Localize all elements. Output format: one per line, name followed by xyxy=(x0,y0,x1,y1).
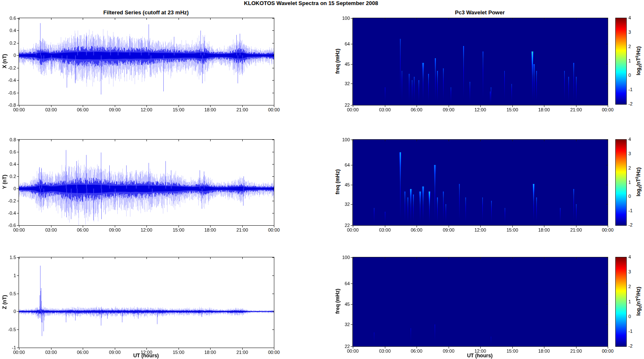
x-tick-mark-top xyxy=(19,140,19,141)
y-tick-mark xyxy=(17,294,19,294)
x-tick-label: 21:00 xyxy=(570,227,582,232)
wavelet-plot-z: 00:0003:0006:0009:0012:0015:0018:0021:00… xyxy=(352,257,608,347)
wavelet-canvas-y xyxy=(353,140,608,225)
x-tick-label: 09:00 xyxy=(109,227,121,232)
y-tick-mark-right xyxy=(272,348,274,348)
wavelet-plot-y: 00:0003:0006:0009:0012:0015:0018:0021:00… xyxy=(352,139,608,226)
y-tick-mark xyxy=(351,165,353,165)
y-tick-mark xyxy=(17,275,19,276)
y-tick-mark xyxy=(351,283,353,284)
ylabel-freq-row2: freq (mHz) xyxy=(335,169,341,194)
y-tick-label: 45 xyxy=(345,302,350,307)
y-tick-mark xyxy=(17,105,19,105)
y-tick-mark xyxy=(17,225,19,226)
x-tick-mark-top xyxy=(512,257,513,259)
x-tick-mark-top xyxy=(146,140,147,141)
x-tick-label: 21:00 xyxy=(236,227,248,232)
ylabel-freq-row3: freq (mHz) xyxy=(335,289,341,313)
wavelet-plot-x: 00:0003:0006:0009:0012:0015:0018:0021:00… xyxy=(352,18,608,105)
y-tick-mark xyxy=(17,80,19,81)
y-tick-label: -0.6 xyxy=(8,223,16,228)
x-tick-mark-top xyxy=(146,257,147,259)
y-tick-label: -0.6 xyxy=(8,90,16,95)
colorbar-tick-label: 4 xyxy=(628,254,631,259)
colorbar-tick-label: -1 xyxy=(628,329,633,334)
timeseries-canvas-x xyxy=(19,18,274,105)
x-tick-mark-top xyxy=(480,140,481,141)
left-column-title: Filtered Series (cutoff at 23 mHz) xyxy=(19,9,273,16)
colorbar-tick-label: -2 xyxy=(628,222,633,227)
x-tick-label: 06:00 xyxy=(77,227,89,232)
wavelet-canvas-x xyxy=(353,18,608,105)
x-tick-mark-top xyxy=(179,18,179,20)
x-tick-mark-top xyxy=(83,140,83,141)
x-tick-mark-top xyxy=(512,140,513,141)
y-tick-mark xyxy=(17,93,19,93)
y-tick-mark-right xyxy=(272,93,274,93)
x-tick-mark-top xyxy=(576,257,576,259)
x-tick-label: 15:00 xyxy=(506,227,518,232)
y-tick-mark-right xyxy=(606,140,608,140)
xlabel-left: UT (hours) xyxy=(19,353,273,359)
x-tick-label: 21:00 xyxy=(570,107,582,112)
x-tick-label: 06:00 xyxy=(77,107,89,112)
x-tick-mark-top xyxy=(576,18,576,20)
y-tick-mark-right xyxy=(606,84,608,84)
x-tick-mark-top xyxy=(210,257,211,259)
y-tick-mark xyxy=(351,140,353,140)
y-tick-mark-right xyxy=(272,140,274,140)
x-tick-label: 12:00 xyxy=(474,227,486,232)
right-column-title: Pc3 Wavelet Power xyxy=(352,9,607,16)
xlabel-right: UT (hours) xyxy=(352,353,607,359)
y-tick-label: 0 xyxy=(14,53,16,58)
x-tick-mark-top xyxy=(417,18,417,20)
colorbar-tick-label: 2 xyxy=(628,165,631,170)
y-tick-label: 100 xyxy=(342,137,350,142)
colorbar-canvas-row2 xyxy=(616,140,626,225)
y-tick-mark-right xyxy=(606,18,608,19)
x-tick-label: 12:00 xyxy=(141,107,152,112)
y-tick-mark-right xyxy=(272,189,274,189)
colorbar-tick-label: 2 xyxy=(628,284,631,289)
colorbar-tick-label: 3 xyxy=(628,269,631,274)
y-tick-label: 45 xyxy=(345,182,350,187)
y-tick-label: 45 xyxy=(345,62,350,67)
y-tick-label: 0.6 xyxy=(10,149,16,154)
y-tick-mark xyxy=(351,105,353,105)
y-tick-mark-right xyxy=(272,176,274,177)
y-tick-mark-right xyxy=(272,152,274,152)
x-tick-label: 12:00 xyxy=(474,107,486,112)
y-tick-mark xyxy=(351,44,353,44)
y-tick-mark xyxy=(17,348,19,348)
colorbar-tick-label: 0 xyxy=(628,73,631,78)
x-tick-label: 03:00 xyxy=(45,227,57,232)
x-tick-mark-top xyxy=(385,257,385,259)
y-tick-mark-right xyxy=(272,105,274,105)
y-tick-mark xyxy=(351,257,353,258)
y-tick-label: 100 xyxy=(342,16,350,21)
x-tick-mark-top xyxy=(274,140,274,141)
y-tick-mark-right xyxy=(606,64,608,65)
x-tick-label: 09:00 xyxy=(109,107,121,112)
y-tick-mark xyxy=(17,311,19,312)
colorbar-row2 xyxy=(615,139,627,226)
y-tick-label: 100 xyxy=(342,255,350,260)
x-tick-label: 00:00 xyxy=(602,107,614,112)
x-tick-mark-top xyxy=(544,140,544,141)
x-tick-mark-top xyxy=(608,140,608,141)
y-tick-label: 32 xyxy=(345,202,350,207)
y-tick-mark xyxy=(351,185,353,185)
x-tick-mark-top xyxy=(274,257,274,259)
x-tick-label: 06:00 xyxy=(411,227,422,232)
y-tick-mark-right xyxy=(606,283,608,284)
colorbar-tick-label: -1 xyxy=(628,87,633,92)
y-tick-label: 64 xyxy=(345,162,350,167)
y-tick-mark-right xyxy=(606,44,608,44)
y-tick-mark-right xyxy=(272,329,274,330)
y-tick-label: 64 xyxy=(345,41,350,46)
x-tick-mark-top xyxy=(179,257,179,259)
x-tick-label: 03:00 xyxy=(379,227,391,232)
y-tick-mark-right xyxy=(272,225,274,226)
colorbar-tick-label: 1 xyxy=(628,299,631,304)
y-tick-mark-right xyxy=(606,204,608,205)
